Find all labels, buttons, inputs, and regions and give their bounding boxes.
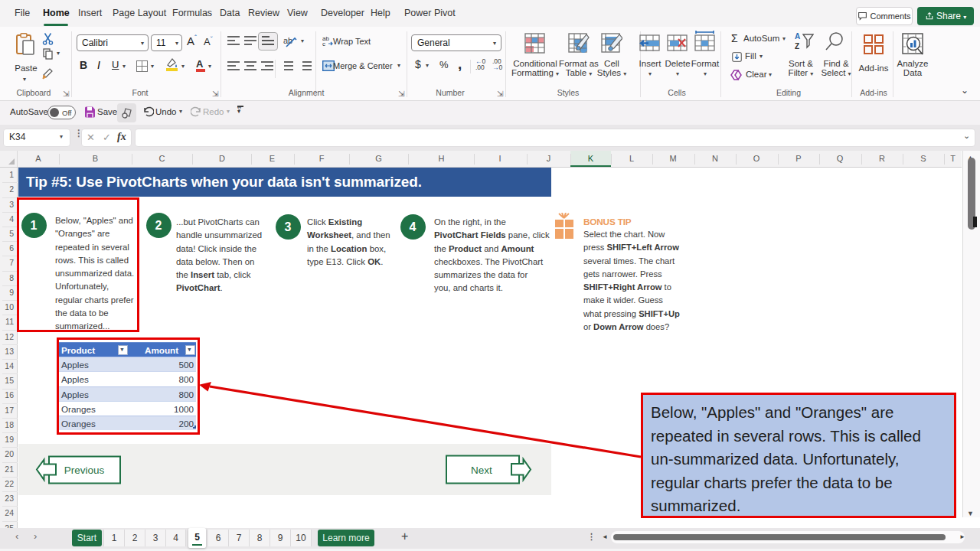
svg-text:ab: ab: [283, 36, 292, 45]
svg-text:Previous: Previous: [64, 465, 105, 476]
svg-text:c: c: [322, 41, 325, 47]
svg-text:Next: Next: [471, 465, 492, 476]
